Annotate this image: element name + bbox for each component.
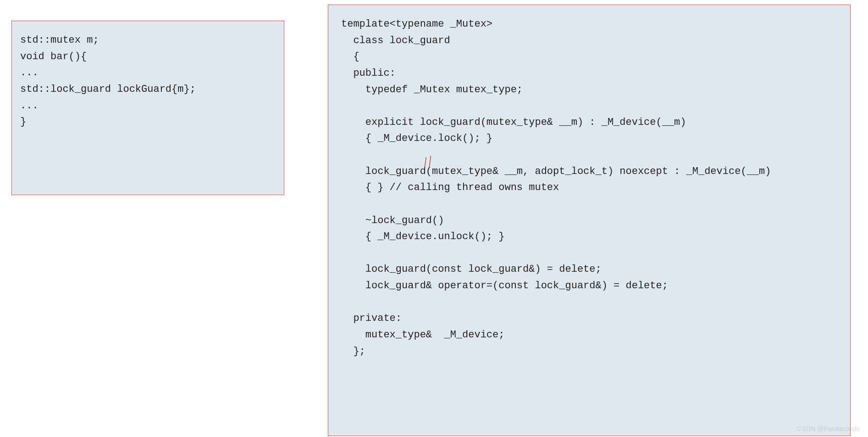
watermark-text: CSDN @Pandaconda <box>797 425 860 432</box>
left-code-block: std::mutex m; void bar(){ ... std::lock_… <box>11 21 284 195</box>
right-code-block: template<typename _Mutex> class lock_gua… <box>328 5 851 436</box>
code-comparison-container: std::mutex m; void bar(){ ... std::lock_… <box>0 0 868 437</box>
